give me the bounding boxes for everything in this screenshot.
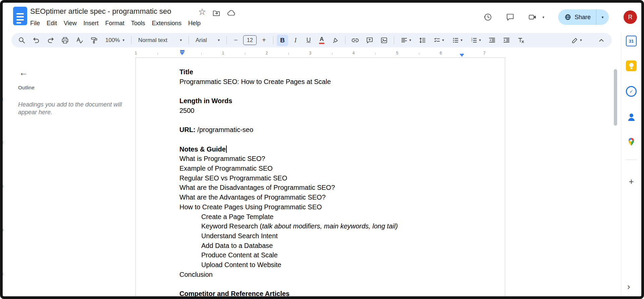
video-call-caret-icon[interactable]: ▾ (539, 11, 547, 24)
doc-text-segment: /programmatic-seo (197, 126, 253, 133)
google-maps-icon[interactable] (626, 136, 637, 147)
caret-down-icon: ▾ (218, 38, 220, 42)
star-document-icon[interactable]: ☆ (198, 7, 206, 16)
doc-line (179, 86, 475, 96)
share-options-caret[interactable]: ▾ (596, 9, 609, 25)
google-keep-icon[interactable] (626, 60, 637, 71)
google-tasks-icon[interactable]: ✓ (626, 86, 637, 97)
menu-edit[interactable]: Edit (43, 19, 60, 28)
toolbar-divider (394, 36, 394, 44)
menu-file[interactable]: File (27, 19, 43, 28)
insert-link-button[interactable] (349, 35, 362, 46)
search-menus-button[interactable] (15, 35, 28, 46)
zoom-value: 100% (105, 37, 120, 44)
google-docs-logo[interactable] (13, 7, 27, 25)
document-title-input[interactable]: SEOptimer article spec - programmatic se… (30, 7, 171, 16)
add-comment-button[interactable] (363, 35, 376, 46)
doc-line: What are the Advantages of Programmatic … (179, 193, 475, 202)
left-indent-marker[interactable] (180, 52, 184, 55)
menu-bar: File Edit View Insert Format Tools Exten… (27, 19, 204, 28)
doc-line (179, 279, 475, 289)
increase-font-size-button[interactable]: + (258, 35, 270, 46)
cloud-saved-icon[interactable] (227, 9, 236, 17)
comments-icon[interactable] (504, 11, 517, 24)
horizontal-ruler: 1 1 2 3 4 5 6 7 (3, 49, 641, 57)
decrease-indent-button[interactable] (486, 35, 498, 46)
underline-button[interactable]: U (303, 35, 314, 46)
caret-down-icon: ▾ (180, 38, 182, 42)
share-button[interactable]: Share (558, 9, 596, 25)
move-to-folder-icon[interactable] (212, 9, 221, 17)
ruler-number: 5 (396, 51, 398, 55)
get-add-ons-button[interactable]: + (626, 176, 637, 187)
menu-tools[interactable]: Tools (128, 19, 149, 28)
menu-view[interactable]: View (60, 19, 80, 28)
italic-button[interactable]: I (290, 35, 301, 46)
paragraph-styles-select[interactable]: Normal text ▾ (135, 35, 185, 46)
version-history-icon[interactable] (481, 11, 494, 24)
font-select[interactable]: Arial ▾ (192, 35, 223, 46)
ruler-number: 1 (222, 51, 224, 55)
spellcheck-button[interactable] (73, 35, 86, 46)
redo-button[interactable] (44, 35, 57, 46)
first-line-indent-marker[interactable] (180, 50, 184, 52)
highlight-color-button[interactable] (329, 35, 342, 46)
bulleted-list-button[interactable]: ▾ (449, 35, 466, 46)
doc-text-segment: Conclusion (179, 271, 213, 278)
doc-line: Add Data to a Database (179, 241, 475, 251)
ruler-number: 2 (266, 51, 268, 55)
align-button[interactable]: ▾ (397, 35, 414, 46)
clear-formatting-button[interactable] (515, 35, 527, 46)
account-avatar[interactable]: R (624, 10, 637, 24)
zoom-select[interactable]: 100% ▾ (102, 35, 128, 46)
doc-text-segment: Title (179, 68, 193, 76)
vertical-ruler-number: 3 (2, 184, 4, 188)
google-contacts-icon[interactable] (626, 112, 637, 122)
doc-line (179, 116, 475, 125)
paint-format-button[interactable] (88, 35, 100, 46)
video-call-icon[interactable] (526, 11, 539, 24)
print-button[interactable] (59, 35, 71, 46)
collapse-toolbar-button[interactable] (595, 35, 608, 46)
doc-text-segment: Produce Content at Scale (201, 251, 278, 259)
editing-mode-button[interactable]: ▾ (568, 35, 585, 46)
doc-text-segment: Example of Programmatic SEO (179, 165, 273, 172)
menu-format[interactable]: Format (102, 19, 128, 28)
doc-line: 2500 (179, 106, 475, 116)
decrease-font-size-button[interactable]: − (230, 35, 241, 46)
text-color-button[interactable]: A (316, 35, 327, 46)
doc-line: How to Create Pages Using Programmatic S… (179, 202, 475, 212)
toolbar-divider (189, 36, 189, 44)
caret-down-icon: ▾ (461, 38, 463, 42)
vertical-ruler-number: 2 (2, 141, 4, 145)
bold-button[interactable]: B (277, 35, 288, 46)
menu-extensions[interactable]: Extensions (149, 19, 185, 28)
close-outline-button[interactable]: ← (17, 66, 30, 79)
svg-text:2: 2 (471, 39, 473, 42)
menu-insert[interactable]: Insert (80, 19, 102, 28)
doc-text-segment: Create a Page Template (201, 213, 273, 220)
vertical-scrollbar-thumb[interactable] (614, 69, 617, 126)
share-button-label: Share (575, 14, 591, 21)
font-size-input[interactable]: 12 (243, 35, 257, 45)
undo-button[interactable] (30, 35, 43, 46)
style-value: Normal text (138, 37, 167, 44)
toolbar-divider (273, 36, 273, 44)
checklist-button[interactable]: ▾ (430, 35, 447, 46)
show-side-panel-button[interactable]: › (627, 282, 630, 292)
doc-line: Length in Words (179, 96, 475, 106)
right-indent-marker[interactable] (460, 54, 464, 57)
menu-help[interactable]: Help (185, 19, 204, 28)
doc-line: Example of Programmatic SEO (179, 164, 475, 173)
doc-line: Title (179, 67, 475, 77)
numbered-list-button[interactable]: 12 ▾ (467, 35, 484, 46)
document-text[interactable]: TitleProgrammatic SEO: How to Create Pag… (179, 67, 475, 299)
vertical-ruler-number: 1 (2, 97, 4, 101)
insert-image-button[interactable] (378, 35, 390, 46)
line-spacing-button[interactable] (416, 35, 429, 46)
google-calendar-icon[interactable]: 31 (626, 36, 637, 46)
document-page[interactable]: TitleProgrammatic SEO: How to Create Pag… (136, 57, 505, 296)
doc-text-segment: 2500 (179, 107, 195, 114)
increase-indent-button[interactable] (500, 35, 513, 46)
doc-text-segment: What is Programmatic SEO? (179, 155, 265, 162)
